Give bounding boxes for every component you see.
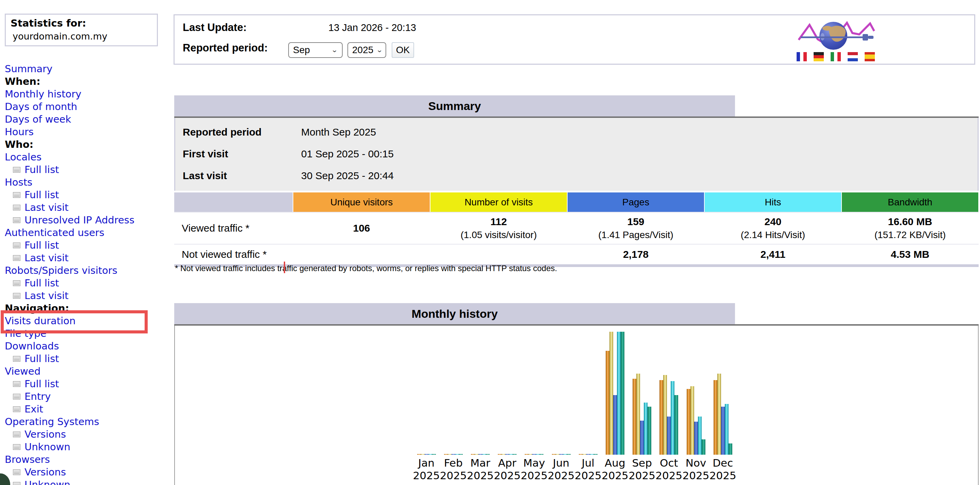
- cell-sub-value: (1.41 Pages/Visit): [598, 230, 673, 241]
- cell-main-value: 106: [353, 222, 370, 234]
- sidebar-item-days-of-month: Days of month: [5, 101, 165, 113]
- flag-germany-icon[interactable]: [814, 52, 824, 61]
- sidebar-item-label[interactable]: Last visit: [24, 252, 68, 263]
- sidebar-item-label[interactable]: Hours: [5, 126, 34, 137]
- sidebar-item-label: Who:: [5, 139, 33, 150]
- chart-bar-number-of-visits-aug-2025: [609, 332, 613, 455]
- sidebar-item-label[interactable]: Robots/Spiders visitors: [5, 265, 118, 276]
- flag-netherlands-icon[interactable]: [848, 52, 858, 61]
- cell-main-value: 240: [764, 216, 781, 228]
- sidebar-item-label[interactable]: Last visit: [24, 202, 68, 213]
- chart-bar-group-mar-2025: [471, 454, 490, 455]
- sidebar-item-label[interactable]: Full list: [24, 353, 59, 364]
- sidebar-item-label[interactable]: Hosts: [5, 176, 32, 188]
- sidebar-item-days-of-week: Days of week: [5, 113, 165, 126]
- sidebar-item-label[interactable]: Unresolved IP Address: [24, 214, 134, 226]
- month-name: Dec: [708, 457, 738, 469]
- cell-main-value: 2,178: [623, 249, 649, 260]
- sidebar-item-label[interactable]: Full list: [24, 277, 59, 289]
- chart-bar-pages-jun-2025: [559, 454, 563, 455]
- sidebar-item-label[interactable]: Exit: [24, 403, 43, 415]
- sidebar-item-label[interactable]: Operating Systems: [5, 416, 99, 428]
- sidebar-item-label[interactable]: Unknown: [24, 479, 70, 485]
- chart-bar-bandwidth-sep-2025: [648, 407, 651, 455]
- sidebar-item-label[interactable]: Authenticated users: [5, 227, 105, 238]
- year-select-value: 2025: [352, 45, 373, 56]
- sidebar-item-label[interactable]: Viewed: [5, 365, 40, 377]
- expand-icon: [13, 444, 21, 450]
- sidebar-item-file-type: File type: [5, 327, 165, 340]
- sidebar-item-hosts: Hosts: [5, 176, 165, 189]
- summary-info-label: First visit: [175, 148, 301, 160]
- sidebar-item-label[interactable]: Full list: [24, 189, 59, 201]
- sidebar-item-label[interactable]: Entry: [24, 391, 51, 402]
- summary-column-header-pages: Pages: [568, 192, 704, 212]
- summary-info-row-reported-period: Reported periodMonth Sep 2025: [175, 121, 978, 143]
- sidebar-item-label[interactable]: Monthly history: [5, 88, 81, 100]
- sidebar-item-label[interactable]: Versions: [24, 428, 66, 440]
- sidebar-item-exit: Exit: [5, 403, 165, 415]
- chart-bar-unique-visitors-nov-2025: [687, 389, 690, 455]
- summary-info-table: Reported periodMonth Sep 2025First visit…: [174, 118, 978, 191]
- chevron-down-icon: ⌄: [376, 46, 383, 54]
- sidebar-item-monthly-history: Monthly history: [5, 88, 165, 101]
- month-year: 2025: [681, 469, 711, 482]
- sidebar-item-entry: Entry: [5, 390, 165, 403]
- sidebar-item-label[interactable]: Browsers: [5, 454, 50, 465]
- chart-bar-group-may-2025: [525, 454, 543, 455]
- expand-icon: [13, 394, 21, 399]
- chart-bar-hits-jun-2025: [563, 454, 567, 455]
- chart-bar-bandwidth-jan-2025: [432, 454, 436, 455]
- year-select[interactable]: 2025⌄: [347, 42, 386, 58]
- flag-france-icon[interactable]: [797, 52, 807, 61]
- chart-month-label-nov-2025: Nov2025: [681, 457, 711, 482]
- chart-bar-bandwidth-mar-2025: [486, 454, 490, 455]
- sidebar-item-label[interactable]: Full list: [24, 164, 59, 175]
- month-select[interactable]: Sep⌄: [288, 42, 343, 58]
- table-cell: 2,411: [705, 244, 841, 264]
- text-cursor: [284, 262, 285, 273]
- sidebar-item-full-list: Full list: [5, 378, 165, 390]
- table-cell: 106: [293, 212, 430, 244]
- chart-bar-number-of-visits-apr-2025: [501, 454, 505, 455]
- chart-bar-number-of-visits-sep-2025: [636, 373, 640, 455]
- sidebar-item-robots-spiders-visitors: Robots/Spiders visitors: [5, 264, 165, 277]
- sidebar-item-label[interactable]: Days of month: [5, 101, 77, 112]
- sidebar-item-label[interactable]: Downloads: [5, 340, 59, 352]
- cell-sub-value: (151.72 KB/Visit): [875, 230, 946, 241]
- sidebar-item-label[interactable]: Days of week: [5, 113, 71, 125]
- chart-bar-unique-visitors-dec-2025: [714, 380, 717, 455]
- ok-button[interactable]: OK: [392, 42, 414, 58]
- summary-info-row-last-visit: Last visit30 Sep 2025 - 20:44: [175, 165, 978, 187]
- statistics-for-label: Statistics for:: [11, 18, 157, 29]
- month-name: Jul: [573, 457, 603, 469]
- sidebar-item-label[interactable]: Summary: [5, 63, 52, 75]
- flag-italy-icon[interactable]: [830, 52, 841, 61]
- sidebar-item-label[interactable]: Visits duration: [5, 315, 76, 327]
- sidebar-item-label[interactable]: Locales: [5, 151, 41, 163]
- chart-bar-group-sep-2025: [633, 373, 651, 455]
- sidebar-item-operating-systems: Operating Systems: [5, 415, 165, 428]
- month-name: Jan: [411, 457, 441, 469]
- sidebar-item-label[interactable]: Full list: [24, 239, 59, 251]
- sidebar-item-label[interactable]: Last visit: [24, 290, 68, 302]
- month-select-value: Sep: [293, 45, 310, 56]
- chart-month-label-jun-2025: Jun2025: [546, 457, 576, 482]
- chart-bar-bandwidth-oct-2025: [675, 395, 678, 455]
- chart-bar-unique-visitors-aug-2025: [606, 351, 609, 455]
- sidebar-item-label[interactable]: Full list: [24, 378, 59, 389]
- summary-table-header: Unique visitorsNumber of visitsPagesHits…: [174, 192, 978, 212]
- flag-spain-icon[interactable]: [865, 52, 875, 61]
- chart-bar-unique-visitors-mar-2025: [471, 454, 475, 455]
- sidebar-item-label[interactable]: Versions: [24, 466, 66, 478]
- expand-icon: [13, 217, 21, 223]
- reported-period-row: Reported period:Sep⌄2025⌄OK: [183, 42, 414, 58]
- footnote: * Not viewed traffic includes traffic ge…: [175, 263, 557, 273]
- chart-bar-pages-nov-2025: [694, 422, 698, 455]
- sidebar-item-label[interactable]: Unknown: [24, 441, 70, 453]
- cell-main-value: 2,411: [760, 249, 785, 260]
- sidebar-item-label[interactable]: File type: [5, 328, 47, 339]
- chart-bar-number-of-visits-nov-2025: [690, 386, 694, 455]
- month-name: May: [519, 457, 549, 469]
- statistics-for-box: Statistics for: yourdomain.com.my: [5, 14, 158, 46]
